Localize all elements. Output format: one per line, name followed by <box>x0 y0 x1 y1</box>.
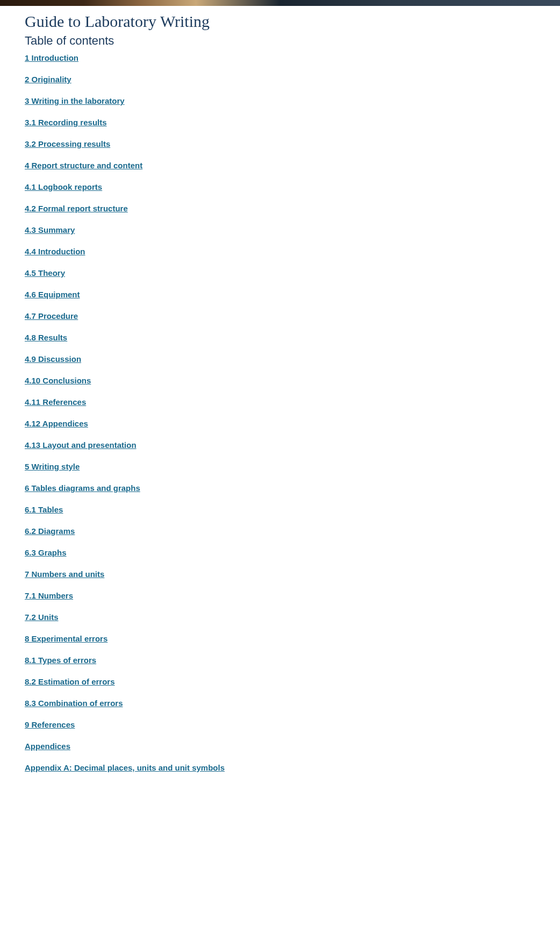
toc-link[interactable]: 4.7 Procedure <box>25 311 78 321</box>
toc-item: 1 Introduction <box>25 53 535 63</box>
toc-link[interactable]: 4.6 Equipment <box>25 290 80 299</box>
toc-link[interactable]: 7.2 Units <box>25 613 59 622</box>
toc-link[interactable]: 4.3 Summary <box>25 225 75 234</box>
toc-item: 4.11 References <box>25 397 535 407</box>
toc-link[interactable]: 8.1 Types of errors <box>25 656 96 665</box>
toc-item: 4.5 Theory <box>25 268 535 278</box>
toc-item: 4.12 Appendices <box>25 419 535 429</box>
toc-link[interactable]: 1 Introduction <box>25 53 78 62</box>
page-title: Guide to Laboratory Writing <box>25 12 535 31</box>
toc-item: Appendix A: Decimal places, units and un… <box>25 763 535 773</box>
toc-item: 6.1 Tables <box>25 505 535 515</box>
toc-item: 7.2 Units <box>25 613 535 622</box>
toc-link[interactable]: 8.3 Combination of errors <box>25 699 123 708</box>
toc-link[interactable]: 4.11 References <box>25 397 86 407</box>
toc-item: 6 Tables diagrams and graphs <box>25 483 535 493</box>
toc-link[interactable]: 3.1 Recording results <box>25 118 107 127</box>
toc-link[interactable]: 4.12 Appendices <box>25 419 88 428</box>
toc-item: 6.2 Diagrams <box>25 526 535 536</box>
toc-link[interactable]: 6.3 Graphs <box>25 548 67 557</box>
toc-item: 8 Experimental errors <box>25 634 535 644</box>
toc-link[interactable]: 5 Writing style <box>25 462 80 471</box>
toc-link[interactable]: 3.2 Processing results <box>25 139 110 148</box>
toc-item: 4 Report structure and content <box>25 161 535 170</box>
toc-item: 7.1 Numbers <box>25 591 535 601</box>
toc-link[interactable]: 4 Report structure and content <box>25 161 142 170</box>
toc-item: 7 Numbers and units <box>25 569 535 579</box>
toc-link[interactable]: 4.5 Theory <box>25 268 65 277</box>
toc-link[interactable]: 2 Originality <box>25 75 71 84</box>
toc-item: 4.13 Layout and presentation <box>25 440 535 450</box>
toc-item: 2 Originality <box>25 75 535 84</box>
toc-item: 4.1 Logbook reports <box>25 182 535 192</box>
toc-link[interactable]: 3 Writing in the laboratory <box>25 96 125 105</box>
toc-link[interactable]: Appendices <box>25 742 70 751</box>
toc-link[interactable]: 8 Experimental errors <box>25 634 107 643</box>
toc-link[interactable]: 9 References <box>25 720 75 729</box>
toc-link[interactable]: 7 Numbers and units <box>25 569 104 579</box>
toc-item: 4.6 Equipment <box>25 290 535 300</box>
toc-item: 4.9 Discussion <box>25 354 535 364</box>
toc-item: 4.3 Summary <box>25 225 535 235</box>
toc-list: 1 Introduction2 Originality3 Writing in … <box>25 53 535 773</box>
toc-item: 4.4 Introduction <box>25 247 535 257</box>
toc-item: 4.8 Results <box>25 333 535 343</box>
toc-link[interactable]: 6.1 Tables <box>25 505 63 514</box>
toc-link[interactable]: 6.2 Diagrams <box>25 526 75 536</box>
toc-item: 4.7 Procedure <box>25 311 535 321</box>
toc-link[interactable]: 4.9 Discussion <box>25 354 81 364</box>
toc-link[interactable]: 8.2 Estimation of errors <box>25 677 115 686</box>
toc-item: 4.2 Formal report structure <box>25 204 535 213</box>
toc-item: 8.1 Types of errors <box>25 656 535 665</box>
toc-link[interactable]: 4.8 Results <box>25 333 67 342</box>
toc-link[interactable]: Appendix A: Decimal places, units and un… <box>25 763 225 772</box>
main-content: Guide to Laboratory Writing Table of con… <box>0 6 560 795</box>
toc-link[interactable]: 4.1 Logbook reports <box>25 182 102 191</box>
toc-heading: Table of contents <box>25 34 535 48</box>
toc-link[interactable]: 4.4 Introduction <box>25 247 85 256</box>
toc-item: 3.2 Processing results <box>25 139 535 149</box>
toc-item: 5 Writing style <box>25 462 535 472</box>
toc-item: 9 References <box>25 720 535 730</box>
toc-link[interactable]: 4.13 Layout and presentation <box>25 440 137 450</box>
toc-link[interactable]: 4.10 Conclusions <box>25 376 91 385</box>
toc-item: 6.3 Graphs <box>25 548 535 558</box>
toc-item: Appendices <box>25 742 535 751</box>
toc-item: 3 Writing in the laboratory <box>25 96 535 106</box>
toc-item: 8.2 Estimation of errors <box>25 677 535 687</box>
hero-banner <box>0 0 560 6</box>
toc-item: 4.10 Conclusions <box>25 376 535 386</box>
toc-link[interactable]: 4.2 Formal report structure <box>25 204 128 213</box>
toc-item: 8.3 Combination of errors <box>25 699 535 708</box>
toc-link[interactable]: 6 Tables diagrams and graphs <box>25 483 140 493</box>
toc-item: 3.1 Recording results <box>25 118 535 127</box>
toc-link[interactable]: 7.1 Numbers <box>25 591 73 600</box>
